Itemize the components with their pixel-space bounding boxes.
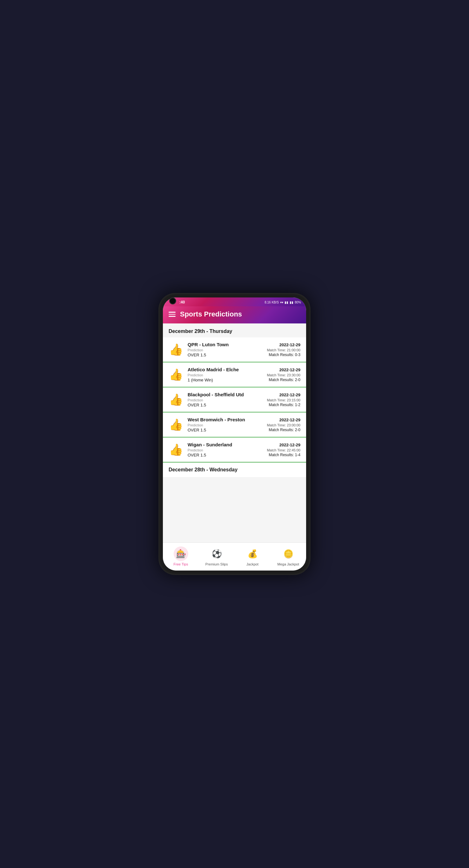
match-result-2: Match Results: 2-0 bbox=[256, 378, 300, 382]
prediction-value-3: OVER 1.5 bbox=[187, 403, 252, 407]
match-result-1: Match Results: 0-3 bbox=[256, 352, 300, 357]
nav-icon-jackpot: 💰 bbox=[245, 547, 260, 561]
match-card-5[interactable]: 👍 Wigan - Sunderland Prediction OVER 1.5… bbox=[163, 437, 306, 463]
prediction-label-3: Prediction bbox=[187, 398, 252, 402]
app-title: Sports Predictions bbox=[180, 310, 242, 318]
match-time-5: Match Time: 22:45:00 bbox=[256, 448, 300, 452]
status-bar: :40 8.16 KB/S ▾▾ ▮▮ ▮▮ 80% bbox=[163, 298, 306, 306]
match-meta-4: 2022-12-29 Match Time: 23:00:00 Match Re… bbox=[256, 417, 300, 432]
app-header: Sports Predictions bbox=[163, 306, 306, 323]
match-date-1: 2022-12-29 bbox=[256, 342, 300, 347]
bottom-nav: 🎰 Free Tips ⚽ Premium Slips 💰 Jackpot 🪙 bbox=[163, 542, 306, 570]
match-time-1: Match Time: 21:00:00 bbox=[256, 348, 300, 352]
match-result-5: Match Results: 1-4 bbox=[256, 453, 300, 457]
prediction-value-1: OVER 1.5 bbox=[187, 352, 252, 357]
match-time-2: Match Time: 23:30:00 bbox=[256, 373, 300, 377]
nav-item-premium-slips[interactable]: ⚽ Premium Slips bbox=[199, 545, 235, 567]
match-icon-2: 👍 bbox=[169, 368, 183, 381]
match-info-3: Blackpool - Sheffield Utd Prediction OVE… bbox=[187, 392, 252, 407]
nav-item-jackpot[interactable]: 💰 Jackpot bbox=[235, 545, 270, 567]
phone-screen: :40 8.16 KB/S ▾▾ ▮▮ ▮▮ 80% Sports Predic… bbox=[163, 298, 306, 570]
date-header-dec29: December 29th - Thursday bbox=[163, 323, 306, 337]
status-right: 8.16 KB/S ▾▾ ▮▮ ▮▮ 80% bbox=[265, 301, 301, 304]
status-time: :40 bbox=[179, 300, 185, 304]
match-result-3: Match Results: 1-2 bbox=[256, 403, 300, 407]
match-result-value-1: 0-3 bbox=[295, 352, 300, 357]
wifi-icon: ▾▾ bbox=[280, 301, 283, 304]
match-time-label-1: Match Time: bbox=[267, 348, 286, 352]
menu-button[interactable] bbox=[169, 312, 176, 317]
match-time-value-1: 21:00:00 bbox=[287, 348, 300, 352]
free-tips-icon: 🎰 bbox=[176, 549, 186, 559]
data-speed: 8.16 KB/S bbox=[265, 301, 279, 304]
match-meta-5: 2022-12-29 Match Time: 22:45:00 Match Re… bbox=[256, 442, 300, 457]
match-time-4: Match Time: 23:00:00 bbox=[256, 423, 300, 427]
prediction-value-4: OVER 1.5 bbox=[187, 428, 252, 432]
match-result-label-1: Match Results: bbox=[269, 352, 294, 357]
date-header-dec28: December 28th - Wednesday bbox=[169, 467, 300, 473]
scroll-content[interactable]: December 29th - Thursday 👍 QPR - Luton T… bbox=[163, 323, 306, 542]
nav-icon-mega-jackpot: 🪙 bbox=[281, 547, 296, 561]
match-meta-1: 2022-12-29 Match Time: 21:00:00 Match Re… bbox=[256, 342, 300, 357]
match-card-4[interactable]: 👍 West Bromwich - Preston Prediction OVE… bbox=[163, 412, 306, 437]
prediction-label-5: Prediction bbox=[187, 448, 252, 452]
nav-item-free-tips[interactable]: 🎰 Free Tips bbox=[163, 545, 199, 567]
prediction-label-1: Prediction bbox=[187, 348, 252, 352]
match-meta-2: 2022-12-29 Match Time: 23:30:00 Match Re… bbox=[256, 368, 300, 382]
match-card-2[interactable]: 👍 Atletico Madrid - Elche Prediction 1 (… bbox=[163, 363, 306, 388]
prediction-label-2: Prediction bbox=[187, 373, 252, 377]
nav-label-mega-jackpot: Mega Jackpot bbox=[277, 562, 299, 566]
match-icon-4: 👍 bbox=[169, 418, 183, 431]
match-icon-3: 👍 bbox=[169, 393, 183, 406]
match-name-2: Atletico Madrid - Elche bbox=[187, 367, 252, 372]
battery-percent: 80% bbox=[295, 301, 301, 304]
match-name-5: Wigan - Sunderland bbox=[187, 442, 252, 447]
mega-jackpot-icon: 🪙 bbox=[283, 549, 293, 559]
battery-icon: ▮▮ bbox=[290, 301, 293, 304]
nav-icon-premium-slips: ⚽ bbox=[209, 547, 224, 561]
match-icon-5: 👍 bbox=[169, 443, 183, 457]
match-info-5: Wigan - Sunderland Prediction OVER 1.5 bbox=[187, 442, 252, 458]
nav-label-premium-slips: Premium Slips bbox=[205, 562, 228, 566]
match-info-1: QPR - Luton Town Prediction OVER 1.5 bbox=[187, 342, 252, 357]
match-date-2: 2022-12-29 bbox=[256, 368, 300, 372]
match-meta-3: 2022-12-29 Match Time: 23:15:00 Match Re… bbox=[256, 393, 300, 407]
prediction-value-5: OVER 1.5 bbox=[187, 453, 252, 458]
match-name-4: West Bromwich - Preston bbox=[187, 417, 252, 422]
match-result-4: Match Results: 2-0 bbox=[256, 428, 300, 432]
camera-hole bbox=[169, 298, 176, 304]
match-info-2: Atletico Madrid - Elche Prediction 1 (Ho… bbox=[187, 367, 252, 382]
match-info-4: West Bromwich - Preston Prediction OVER … bbox=[187, 417, 252, 432]
match-icon-1: 👍 bbox=[169, 343, 183, 356]
nav-label-jackpot: Jackpot bbox=[246, 562, 259, 566]
partial-section-dec28: December 28th - Wednesday bbox=[163, 463, 306, 477]
match-time-3: Match Time: 23:15:00 bbox=[256, 398, 300, 402]
nav-item-mega-jackpot[interactable]: 🪙 Mega Jackpot bbox=[270, 545, 306, 567]
match-card-3[interactable]: 👍 Blackpool - Sheffield Utd Prediction O… bbox=[163, 388, 306, 412]
prediction-value-2: 1 (Home Win) bbox=[187, 378, 252, 382]
nav-label-free-tips: Free Tips bbox=[174, 562, 188, 566]
match-name-3: Blackpool - Sheffield Utd bbox=[187, 392, 252, 397]
prediction-label-4: Prediction bbox=[187, 423, 252, 427]
nav-icon-free-tips: 🎰 bbox=[174, 547, 188, 561]
match-date-5: 2022-12-29 bbox=[256, 442, 300, 447]
match-date-4: 2022-12-29 bbox=[256, 417, 300, 422]
match-date-3: 2022-12-29 bbox=[256, 393, 300, 397]
premium-slips-icon: ⚽ bbox=[212, 549, 222, 559]
jackpot-icon: 💰 bbox=[247, 549, 258, 559]
match-name-1: QPR - Luton Town bbox=[187, 342, 252, 347]
signal-icon: ▮▮ bbox=[285, 301, 288, 304]
phone-frame: :40 8.16 KB/S ▾▾ ▮▮ ▮▮ 80% Sports Predic… bbox=[158, 293, 311, 575]
match-card-1[interactable]: 👍 QPR - Luton Town Prediction OVER 1.5 2… bbox=[163, 337, 306, 363]
